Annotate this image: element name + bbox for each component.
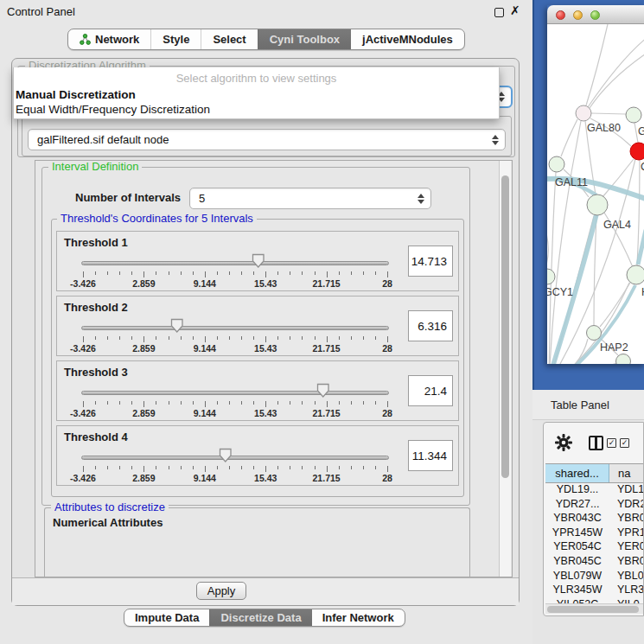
tab-jactivemnodules[interactable]: jActiveMNodules — [351, 29, 464, 49]
table-row[interactable]: YBR043CYBR0 — [545, 512, 644, 526]
slider-tick-label: 15.43 — [254, 408, 277, 418]
slider-tick — [265, 336, 266, 342]
checkbox-icon[interactable]: ✓ — [620, 438, 629, 448]
close-icon[interactable]: ✗ — [510, 3, 520, 17]
slider-tick — [253, 401, 254, 405]
network-edge[interactable] — [586, 24, 608, 105]
close-traffic-light-icon[interactable] — [556, 10, 565, 20]
cell-shared-name[interactable]: YDL19... — [545, 483, 609, 498]
cell-shared-name[interactable]: YLR345W — [545, 583, 609, 598]
cell-name[interactable]: YDR2 — [609, 498, 644, 513]
float-window-icon[interactable] — [494, 8, 504, 17]
network-node-gal80[interactable] — [576, 105, 591, 121]
threshold-value-field[interactable]: 14.713 — [408, 245, 453, 277]
slider-thumb[interactable] — [219, 448, 233, 463]
slider-tick — [95, 336, 96, 340]
threshold-slider[interactable] — [81, 456, 389, 460]
tab-label: Select — [213, 33, 245, 46]
tab-select[interactable]: Select — [201, 29, 257, 49]
cell-name[interactable]: YDL1 — [609, 483, 644, 498]
slider-thumb[interactable] — [316, 383, 330, 399]
slider-tick — [107, 271, 108, 275]
cell-shared-name[interactable]: YBR045C — [545, 555, 609, 570]
cell-shared-name[interactable]: YPR145W — [545, 526, 609, 541]
num-intervals-combobox[interactable]: 5 — [189, 188, 431, 209]
column-header-shared-name[interactable]: shared... — [545, 464, 609, 482]
cell-shared-name[interactable]: YER054C — [545, 540, 609, 555]
network-node[interactable] — [616, 354, 631, 365]
threshold-slider[interactable] — [81, 391, 389, 395]
checkbox-icon[interactable]: ✓ — [607, 438, 616, 448]
dropdown-option-equal-width[interactable]: Equal Width/Frequency Discretization — [14, 102, 499, 117]
network-canvas[interactable]: GAL80GACGAL11GAL4GCY1HHAP2 — [547, 24, 644, 364]
network-edge[interactable] — [549, 172, 556, 364]
threshold-value-field[interactable]: 21.4 — [408, 375, 453, 406]
network-node-gal4[interactable] — [587, 194, 608, 215]
network-node-c[interactable] — [630, 143, 644, 160]
tab-discretize-data[interactable]: Discretize Data — [209, 609, 311, 626]
network-edge[interactable] — [549, 363, 617, 364]
cell-name[interactable]: YBL0 — [609, 570, 644, 584]
network-node-hap2[interactable] — [587, 326, 602, 341]
control-panel: Control Panel ✗ NetworkStyleSelectCyni T… — [0, 0, 532, 644]
slider-tick — [265, 271, 266, 277]
cell-name[interactable]: YBR0 — [609, 512, 644, 526]
network-node-gal11[interactable] — [549, 156, 564, 172]
table-data-combobox[interactable]: galFiltered.sif default node — [28, 129, 506, 150]
slider-tick-label: 2.859 — [132, 408, 155, 418]
group-title: Interval Definition — [48, 160, 142, 173]
threshold-value-field[interactable]: 6.316 — [408, 310, 453, 341]
slider-tick — [119, 336, 120, 340]
threshold-value-field[interactable]: 11.344 — [408, 440, 453, 471]
cell-shared-name[interactable]: YDR27... — [545, 498, 609, 513]
network-edge[interactable] — [547, 209, 548, 270]
apply-button[interactable]: Apply — [196, 582, 246, 600]
tab-infer-network[interactable]: Infer Network — [312, 609, 405, 626]
zoom-traffic-light-icon[interactable] — [590, 10, 600, 20]
interval-definition-group: Interval Definition Number of Intervals … — [41, 167, 470, 506]
table-row[interactable]: YDR27...YDR2 — [545, 498, 644, 513]
num-intervals-label: Number of Intervals — [75, 191, 181, 204]
settings-vertical-scrollbar[interactable] — [499, 161, 511, 577]
network-edge[interactable] — [591, 113, 626, 114]
slider-tick — [205, 466, 206, 472]
table-row[interactable]: YDL19...YDL1 — [545, 483, 644, 498]
threshold-slider[interactable] — [81, 326, 389, 330]
gear-icon[interactable] — [555, 434, 572, 451]
settings-scroll-area: Interval Definition Number of Intervals … — [35, 160, 513, 577]
cell-shared-name[interactable]: YBR043C — [545, 512, 609, 526]
table-row[interactable]: YBR045CYBR0 — [545, 555, 644, 570]
network-node-gcy1[interactable] — [547, 269, 555, 284]
table-panel-box: ✓ ✓ shared... na YDL19...YDL1YDR27...YDR… — [543, 422, 644, 616]
network-edge[interactable] — [590, 54, 644, 108]
table-row[interactable]: YLR345WYLR3 — [545, 583, 644, 598]
tab-impute-data[interactable]: Impute Data — [124, 609, 209, 626]
control-panel-tabs: NetworkStyleSelectCyni ToolboxjActiveMNo… — [67, 29, 465, 50]
network-node-ga[interactable] — [626, 107, 641, 123]
tab-network[interactable]: Network — [68, 29, 150, 49]
table-horizontal-scrollbar[interactable] — [545, 603, 644, 614]
slider-tick — [229, 271, 230, 275]
cell-name[interactable]: YBR0 — [609, 555, 644, 570]
table-row[interactable]: YBL079WYBL0 — [545, 570, 644, 584]
network-node-h[interactable] — [627, 265, 644, 284]
tab-cyni-toolbox[interactable]: Cyni Toolbox — [258, 29, 351, 49]
cell-name[interactable]: YLR3 — [609, 583, 644, 598]
tab-style[interactable]: Style — [150, 29, 201, 49]
threshold-slider[interactable] — [81, 261, 389, 265]
table-row[interactable]: YER054CYER0 — [545, 540, 644, 555]
slider-tick — [277, 336, 278, 340]
dropdown-option-manual[interactable]: Manual Discretization — [14, 87, 499, 102]
cell-name[interactable]: YER0 — [609, 540, 644, 555]
slider-thumb[interactable] — [252, 253, 265, 269]
cell-shared-name[interactable]: YBL079W — [545, 570, 609, 584]
slider-tick-label: 15.43 — [254, 473, 277, 483]
slider-tick-label: 21.715 — [313, 408, 341, 418]
column-header-name[interactable]: na — [609, 464, 644, 482]
table-row[interactable]: YPR145WYPR1 — [545, 526, 644, 541]
slider-tick — [339, 336, 340, 340]
cell-name[interactable]: YPR1 — [609, 526, 644, 541]
minimize-traffic-light-icon[interactable] — [573, 10, 583, 20]
slider-thumb[interactable] — [170, 318, 184, 334]
column-layout-icon[interactable] — [589, 436, 603, 450]
